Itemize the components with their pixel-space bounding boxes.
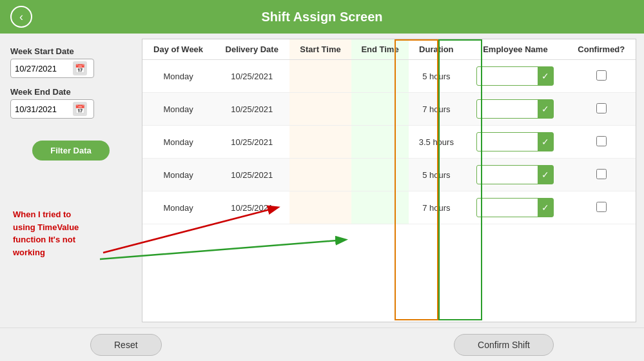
cell-day: Monday [142,93,214,126]
start-time-input[interactable] [303,138,338,147]
week-start-input-wrapper[interactable]: 📅 [10,59,94,78]
cell-end-time[interactable] [351,191,409,224]
cell-start-time[interactable] [289,159,351,191]
col-duration: Duration [409,39,463,60]
cell-duration: 5 hours [409,159,463,191]
employee-select[interactable]: ✓ [476,99,554,119]
week-start-field: Week Start Date 📅 [10,46,132,78]
table-wrapper[interactable]: Day of Week Delivery Date Start Time End… [142,39,636,322]
table-row: Monday10/25/20215 hours✓ [142,60,636,93]
cell-confirmed[interactable] [567,60,636,93]
confirmed-checkbox[interactable] [596,136,607,146]
end-time-input[interactable] [362,138,398,147]
cell-employee[interactable]: ✓ [463,191,567,224]
employee-select[interactable]: ✓ [476,198,554,217]
confirmed-checkbox[interactable] [596,202,607,212]
cell-day: Monday [142,60,214,93]
cell-day: Monday [142,159,214,191]
employee-select[interactable]: ✓ [476,165,554,184]
dropdown-arrow-icon[interactable]: ✓ [538,133,553,151]
cell-end-time[interactable] [351,93,409,126]
table-row: Monday10/25/20213.5 hours✓ [142,126,636,159]
cell-end-time[interactable] [351,60,409,93]
cell-date: 10/25/2021 [214,159,289,191]
employee-select[interactable]: ✓ [476,132,554,151]
annotation-text: When I tried tousing TimeValuefunction I… [10,208,132,259]
cell-start-time[interactable] [289,60,351,93]
col-start-time: Start Time [289,39,351,60]
employee-select[interactable]: ✓ [476,66,554,86]
col-confirmed: Confirmed? [567,39,636,60]
shift-table: Day of Week Delivery Date Start Time End… [142,39,636,224]
week-end-input-wrapper[interactable]: 📅 [10,99,94,119]
cell-date: 10/25/2021 [214,126,289,159]
cell-duration: 5 hours [409,60,463,93]
dropdown-arrow-icon[interactable]: ✓ [538,199,553,217]
cell-employee[interactable]: ✓ [463,159,567,191]
cell-end-time[interactable] [351,159,409,191]
col-employee-name: Employee Name [463,39,567,60]
week-start-calendar-icon[interactable]: 📅 [73,61,87,75]
week-end-field: Week End Date 📅 [10,87,132,119]
cell-day: Monday [142,191,214,224]
filter-data-button[interactable]: Filter Data [32,141,110,161]
reset-button[interactable]: Reset [90,334,162,356]
week-end-input[interactable] [15,104,73,114]
cell-confirmed[interactable] [567,126,636,159]
start-time-input[interactable] [303,72,338,81]
cell-confirmed[interactable] [567,93,636,126]
cell-date: 10/25/2021 [214,191,289,224]
cell-confirmed[interactable] [567,191,636,224]
main-layout: Week Start Date 📅 Week End Date 📅 Filter… [0,34,644,327]
page-title: Shift Assign Screen [261,10,382,24]
cell-duration: 3.5 hours [409,126,463,159]
week-end-calendar-icon[interactable]: 📅 [73,102,87,116]
week-start-label: Week Start Date [10,46,132,56]
week-end-label: Week End Date [10,87,132,97]
cell-date: 10/25/2021 [214,93,289,126]
cell-start-time[interactable] [289,126,351,159]
bottom-bar: Reset Confirm Shift [0,327,644,361]
col-delivery-date: Delivery Date [214,39,289,60]
cell-duration: 7 hours [409,191,463,224]
dropdown-arrow-icon[interactable]: ✓ [538,100,553,118]
table-row: Monday10/25/20217 hours✓ [142,93,636,126]
end-time-input[interactable] [362,72,398,81]
cell-employee[interactable]: ✓ [463,126,567,159]
cell-date: 10/25/2021 [214,60,289,93]
back-button[interactable]: ‹ [10,6,32,28]
col-day-of-week: Day of Week [142,39,214,60]
table-area: Day of Week Delivery Date Start Time End… [142,34,644,327]
employee-select-text [477,69,538,83]
cell-employee[interactable]: ✓ [463,60,567,93]
col-end-time: End Time [351,39,409,60]
cell-employee[interactable]: ✓ [463,93,567,126]
employee-select-text [477,168,538,182]
employee-select-text [477,200,538,215]
cell-start-time[interactable] [289,191,351,224]
cell-end-time[interactable] [351,126,409,159]
start-time-input[interactable] [303,171,338,180]
confirmed-checkbox[interactable] [596,169,607,179]
header: ‹ Shift Assign Screen [0,0,644,34]
dropdown-arrow-icon[interactable]: ✓ [538,166,553,184]
cell-day: Monday [142,126,214,159]
employee-select-text [477,135,538,149]
week-start-input[interactable] [15,64,73,73]
confirmed-checkbox[interactable] [596,103,607,113]
table-header-row: Day of Week Delivery Date Start Time End… [142,39,636,60]
confirm-shift-button[interactable]: Confirm Shift [454,334,554,356]
dropdown-arrow-icon[interactable]: ✓ [538,67,553,85]
employee-select-text [477,102,538,116]
end-time-input[interactable] [362,204,398,213]
start-time-input[interactable] [303,105,338,114]
table-row: Monday10/25/20215 hours✓ [142,159,636,191]
end-time-input[interactable] [362,105,398,114]
end-time-input[interactable] [362,171,398,180]
table-row: Monday10/25/20217 hours✓ [142,191,636,224]
start-time-input[interactable] [303,204,338,213]
cell-start-time[interactable] [289,93,351,126]
cell-confirmed[interactable] [567,159,636,191]
cell-duration: 7 hours [409,93,463,126]
confirmed-checkbox[interactable] [596,70,607,81]
